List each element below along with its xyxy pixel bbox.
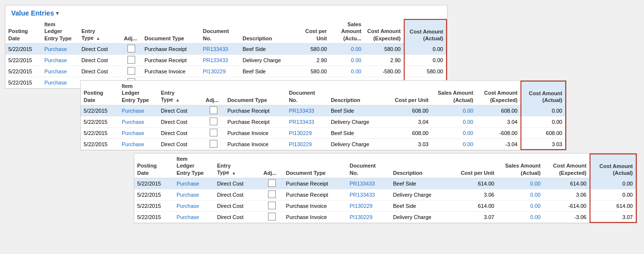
checkbox[interactable] bbox=[127, 45, 135, 52]
cell-item-ledger[interactable]: Purchase bbox=[119, 138, 158, 150]
cell-entry-type: Direct Cost bbox=[158, 127, 203, 138]
cell-adj[interactable] bbox=[203, 105, 225, 116]
cell-cost-expected: -614.00 bbox=[543, 200, 590, 211]
cell-doc-no[interactable]: PR133433 bbox=[286, 116, 328, 127]
cell-date: 5/22/2015 bbox=[134, 200, 174, 211]
checkbox[interactable] bbox=[127, 67, 135, 75]
cell-doc-type: Purchase Receipt bbox=[142, 54, 200, 66]
cell-item-ledger[interactable]: Purchase bbox=[41, 54, 78, 66]
cell-item-ledger[interactable]: Purchase bbox=[119, 127, 158, 138]
cell-doc-no[interactable]: PI130229 bbox=[286, 127, 328, 138]
panels-container: Value Entries ▾ PostingDate ItemLedgerEn… bbox=[5, 5, 637, 250]
cell-cost-unit: 3.06 bbox=[454, 189, 497, 200]
col-cost-unit-3: Cost per Unit bbox=[454, 154, 497, 178]
col-description-1: Description bbox=[240, 19, 298, 43]
checkbox[interactable] bbox=[210, 140, 217, 148]
cell-item-ledger[interactable]: Purchase bbox=[174, 178, 214, 189]
cell-item-ledger[interactable]: Purchase bbox=[119, 116, 158, 127]
cell-entry-type: Direct Cost bbox=[78, 66, 121, 77]
col-cost-actual-2-header: Cost Amount(Actual) bbox=[521, 81, 566, 105]
checkbox[interactable] bbox=[268, 202, 276, 209]
cell-doc-no[interactable]: PI130229 bbox=[347, 200, 390, 211]
cell-entry-type: Direct Cost bbox=[158, 116, 203, 127]
cell-item-ledger[interactable]: Purchase bbox=[119, 105, 158, 116]
cell-doc-no[interactable]: PI130229 bbox=[286, 138, 328, 150]
sort-arrow-1: ▲ bbox=[96, 36, 100, 42]
cell-adj[interactable] bbox=[121, 66, 142, 77]
cell-date: 5/22/2015 bbox=[5, 43, 41, 54]
col-cost-expected-1: Cost Amount(Expected) bbox=[364, 19, 404, 43]
cell-date: 5/22/2015 bbox=[5, 77, 41, 88]
cell-description: Beef Side bbox=[240, 43, 298, 54]
cell-item-ledger[interactable]: Purchase bbox=[174, 211, 214, 222]
checkbox[interactable] bbox=[210, 129, 217, 136]
cell-adj[interactable] bbox=[121, 54, 142, 66]
cell-doc-no[interactable]: PR133433 bbox=[200, 43, 240, 54]
col-adj-2: Adj... bbox=[203, 81, 225, 105]
cell-item-ledger[interactable]: Purchase bbox=[41, 66, 78, 77]
col-item-ledger-1: ItemLedgerEntry Type bbox=[41, 19, 78, 43]
cell-item-ledger[interactable]: Purchase bbox=[41, 77, 78, 88]
checkbox[interactable] bbox=[268, 213, 276, 220]
cell-doc-no[interactable]: PR133433 bbox=[347, 189, 390, 200]
cell-doc-type: Purchase Invoice bbox=[224, 138, 286, 150]
cell-adj[interactable] bbox=[261, 200, 283, 211]
col-cost-expected-3: Cost Amount(Expected) bbox=[543, 154, 590, 178]
cell-sales-amount: 0.00 bbox=[431, 127, 476, 138]
cell-doc-no[interactable]: PI130229 bbox=[200, 66, 240, 77]
panel-2: PostingDate ItemLedgerEntry Type EntryTy… bbox=[80, 80, 567, 151]
cell-cost-actual: 0.00 bbox=[590, 189, 636, 200]
cell-entry-type: Direct Cost bbox=[158, 138, 203, 150]
cell-sales-amount: 0.00 bbox=[431, 138, 476, 150]
col-cost-unit-2: Cost per Unit bbox=[390, 81, 431, 105]
checkbox[interactable] bbox=[268, 179, 276, 187]
panel-1-dropdown-arrow[interactable]: ▾ bbox=[56, 10, 59, 17]
cell-cost-unit: 3.07 bbox=[454, 211, 497, 222]
cell-cost-actual: 0.00 bbox=[404, 54, 447, 66]
table-row: 5/22/2015 Purchase Direct Cost Purchase … bbox=[134, 200, 636, 211]
cell-doc-no[interactable]: PR133433 bbox=[347, 178, 390, 189]
checkbox[interactable] bbox=[127, 56, 135, 64]
cell-doc-no[interactable]: PI130229 bbox=[347, 211, 390, 222]
cell-adj[interactable] bbox=[121, 43, 142, 54]
cell-cost-unit: 3.03 bbox=[390, 138, 431, 150]
cell-description: Delivery Charge bbox=[328, 116, 390, 127]
cell-cost-actual: 0.00 bbox=[404, 43, 447, 54]
cell-cost-actual: 3.03 bbox=[521, 138, 566, 150]
cell-adj[interactable] bbox=[203, 138, 225, 150]
cell-doc-no[interactable]: PR133433 bbox=[286, 105, 328, 116]
cell-item-ledger[interactable]: Purchase bbox=[174, 189, 214, 200]
cell-cost-expected: 614.00 bbox=[543, 178, 590, 189]
col-description-3: Description bbox=[390, 154, 454, 178]
cell-adj[interactable] bbox=[261, 189, 283, 200]
col-item-ledger-2: ItemLedgerEntry Type bbox=[119, 81, 158, 105]
cell-cost-actual: 0.00 bbox=[590, 178, 636, 189]
col-cost-actual-3-header: Cost Amount(Actual) bbox=[590, 154, 636, 178]
panel-1: Value Entries ▾ PostingDate ItemLedgerEn… bbox=[5, 5, 447, 89]
checkbox[interactable] bbox=[210, 106, 217, 114]
cell-sales-amount: 0.00 bbox=[330, 66, 364, 77]
col-adj-3: Adj... bbox=[261, 154, 283, 178]
checkbox[interactable] bbox=[210, 118, 217, 125]
table-row: 5/22/2015 Purchase Direct Cost Purchase … bbox=[5, 54, 447, 66]
cell-doc-no[interactable]: PR133433 bbox=[200, 54, 240, 66]
col-doc-type-1: Document Type bbox=[142, 19, 200, 43]
cell-entry-type: Direct Cost bbox=[214, 211, 260, 222]
cell-cost-actual: 608.00 bbox=[521, 127, 566, 138]
cell-item-ledger[interactable]: Purchase bbox=[174, 200, 214, 211]
cell-adj[interactable] bbox=[203, 116, 225, 127]
cell-adj[interactable] bbox=[203, 127, 225, 138]
col-sales-amount-3: Sales Amount(Actual) bbox=[497, 154, 543, 178]
col-item-ledger-3: ItemLedgerEntry Type bbox=[174, 154, 214, 178]
cell-doc-type: Purchase Receipt bbox=[224, 116, 286, 127]
table-row: 5/22/2015 Purchase Direct Cost Purchase … bbox=[81, 116, 566, 127]
cell-item-ledger[interactable]: Purchase bbox=[41, 43, 78, 54]
panel-3-table: PostingDate ItemLedgerEntry Type EntryTy… bbox=[134, 153, 637, 223]
cell-cost-unit: 2.90 bbox=[298, 54, 330, 66]
cell-adj[interactable] bbox=[261, 211, 283, 222]
checkbox[interactable] bbox=[268, 190, 276, 198]
cell-sales-amount: 0.00 bbox=[497, 211, 543, 222]
table-row: 5/22/2015 Purchase Direct Cost Purchase … bbox=[134, 211, 636, 222]
cell-sales-amount: 0.00 bbox=[497, 200, 543, 211]
cell-adj[interactable] bbox=[261, 178, 283, 189]
